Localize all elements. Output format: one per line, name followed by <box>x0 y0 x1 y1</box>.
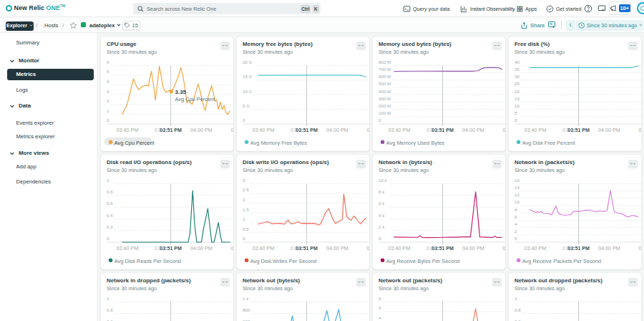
svg-text:03:40 PM: 03:40 PM <box>389 245 411 251</box>
svg-text:5: 5 <box>379 305 381 310</box>
svg-text:0: 0 <box>562 245 565 251</box>
svg-text:Avg Disk Free Percent: Avg Disk Free Percent <box>522 140 575 146</box>
svg-text:04:00 PM: 04:00 PM <box>462 127 484 133</box>
svg-text:04:00 PM: 04:00 PM <box>598 127 620 133</box>
svg-text:4: 4 <box>379 315 381 320</box>
svg-text:1: 1 <box>107 296 109 301</box>
svg-text:Avg Disk Reads Per Second: Avg Disk Reads Per Second <box>114 258 181 264</box>
svg-text:10 k: 10 k <box>379 178 388 183</box>
svg-text:2: 2 <box>514 229 517 234</box>
svg-text:03:51 PM: 03:51 PM <box>160 128 182 133</box>
svg-text:Avg Memory Used Bytes: Avg Memory Used Bytes <box>386 140 444 146</box>
svg-text:0.4: 0.4 <box>107 213 113 218</box>
svg-text:0: 0 <box>379 236 381 241</box>
svg-text:03:51 PM: 03:51 PM <box>431 246 454 251</box>
svg-text:0: 0 <box>107 118 109 123</box>
svg-text:0: 0 <box>243 118 245 123</box>
svg-text:0.6: 0.6 <box>107 201 113 206</box>
svg-text:0.2: 0.2 <box>107 224 113 229</box>
svg-text:700 M: 700 M <box>379 67 391 72</box>
svg-text:1: 1 <box>107 178 109 183</box>
svg-text:5: 5 <box>514 110 517 115</box>
svg-text:Avg Receive Bytes Per Second: Avg Receive Bytes Per Second <box>386 258 460 264</box>
svg-text:10: 10 <box>514 103 519 108</box>
svg-text:3: 3 <box>107 89 109 94</box>
svg-text:Avg Cpu Percent: Avg Cpu Percent <box>114 140 155 146</box>
svg-text:0: 0 <box>514 236 517 241</box>
svg-text:03:51 PM: 03:51 PM <box>431 128 454 133</box>
svg-text:1: 1 <box>107 108 109 113</box>
svg-text:8 k: 8 k <box>379 189 385 194</box>
svg-text:0: 0 <box>291 127 293 133</box>
svg-text:0: 0 <box>639 245 642 251</box>
svg-text:5 G: 5 G <box>243 103 250 108</box>
svg-text:0: 0 <box>367 245 370 251</box>
svg-text:Avg Cpu Percent: Avg Cpu Percent <box>175 96 215 102</box>
svg-text:0: 0 <box>231 127 234 133</box>
svg-text:4 k: 4 k <box>379 213 385 218</box>
svg-text:2: 2 <box>243 197 245 202</box>
svg-text:04:00 PM: 04:00 PM <box>462 245 484 251</box>
svg-text:0: 0 <box>231 245 234 251</box>
svg-text:4: 4 <box>514 221 517 226</box>
svg-text:03:40 PM: 03:40 PM <box>253 127 275 133</box>
svg-text:10 G: 10 G <box>243 89 253 94</box>
svg-text:500 M: 500 M <box>379 81 391 86</box>
svg-text:8: 8 <box>514 207 517 212</box>
svg-text:10: 10 <box>514 199 519 204</box>
svg-text:1: 1 <box>243 216 245 221</box>
svg-text:6: 6 <box>107 59 109 64</box>
svg-text:15: 15 <box>514 96 519 101</box>
svg-text:6 k: 6 k <box>379 201 385 206</box>
svg-text:5: 5 <box>107 69 109 74</box>
svg-text:3.35: 3.35 <box>175 89 187 95</box>
svg-text:200 M: 200 M <box>379 103 391 108</box>
svg-text:03:51 PM: 03:51 PM <box>160 246 182 251</box>
svg-text:04:00 PM: 04:00 PM <box>190 127 213 133</box>
svg-text:3: 3 <box>243 178 245 183</box>
svg-text:0: 0 <box>426 127 429 133</box>
svg-text:03:40 PM: 03:40 PM <box>117 127 139 133</box>
svg-text:2 k: 2 k <box>379 224 385 229</box>
svg-text:04:00 PM: 04:00 PM <box>190 245 213 251</box>
svg-text:0: 0 <box>291 245 293 251</box>
svg-text:0: 0 <box>639 127 642 133</box>
svg-text:0: 0 <box>379 118 381 123</box>
svg-text:2: 2 <box>107 98 109 103</box>
svg-text:0: 0 <box>562 127 565 133</box>
svg-text:6: 6 <box>514 214 517 219</box>
svg-text:0: 0 <box>155 127 157 133</box>
svg-text:2.5: 2.5 <box>243 187 249 192</box>
svg-text:20: 20 <box>514 89 519 94</box>
svg-text:03:40 PM: 03:40 PM <box>525 245 547 251</box>
svg-text:25: 25 <box>514 81 519 86</box>
svg-text:1.5: 1.5 <box>243 207 249 212</box>
svg-text:0.5: 0.5 <box>243 226 249 231</box>
svg-text:0.8: 0.8 <box>107 307 113 312</box>
svg-text:0: 0 <box>503 245 506 251</box>
svg-text:0: 0 <box>107 236 109 241</box>
svg-text:300 M: 300 M <box>379 96 391 101</box>
svg-text:1: 1 <box>514 296 517 301</box>
svg-text:20 G: 20 G <box>243 59 253 64</box>
svg-text:Avg Disk Writes Per Second: Avg Disk Writes Per Second <box>250 258 317 264</box>
svg-text:03:40 PM: 03:40 PM <box>389 127 411 133</box>
svg-text:0.8: 0.8 <box>107 189 113 194</box>
svg-text:Avg Receive Packets Per Second: Avg Receive Packets Per Second <box>522 258 601 264</box>
svg-text:0: 0 <box>243 236 245 241</box>
svg-text:12: 12 <box>514 192 519 197</box>
svg-text:100 M: 100 M <box>379 110 391 115</box>
svg-text:600 M: 600 M <box>379 74 391 79</box>
svg-text:03:40 PM: 03:40 PM <box>525 127 547 133</box>
svg-text:03:51 PM: 03:51 PM <box>567 128 590 133</box>
svg-text:04:00 PM: 04:00 PM <box>326 127 348 133</box>
svg-text:30: 30 <box>514 74 519 79</box>
svg-text:03:40 PM: 03:40 PM <box>117 245 139 251</box>
svg-text:400 M: 400 M <box>379 89 391 94</box>
svg-text:16: 16 <box>514 178 519 183</box>
svg-text:40: 40 <box>514 59 519 64</box>
svg-text:04:00 PM: 04:00 PM <box>598 245 620 251</box>
svg-text:800: 800 <box>243 307 250 312</box>
svg-text:Avg Memory Free Bytes: Avg Memory Free Bytes <box>250 140 307 146</box>
svg-text:6: 6 <box>379 296 381 301</box>
